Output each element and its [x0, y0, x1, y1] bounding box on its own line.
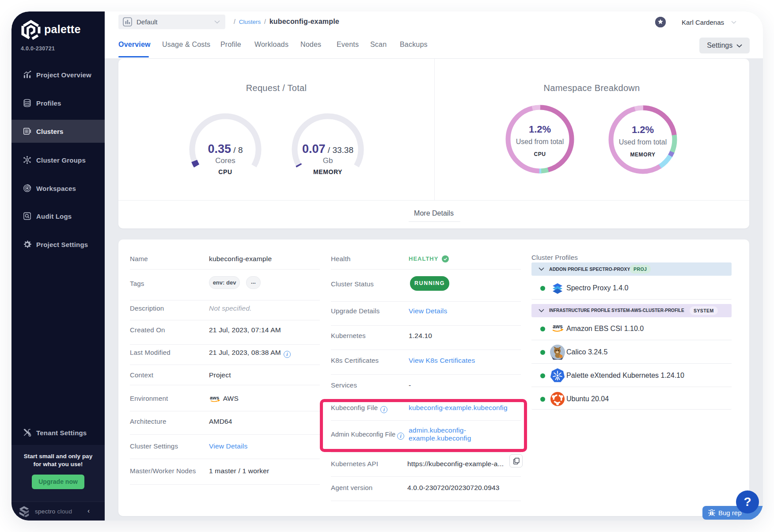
svg-text:aws: aws [210, 395, 219, 400]
